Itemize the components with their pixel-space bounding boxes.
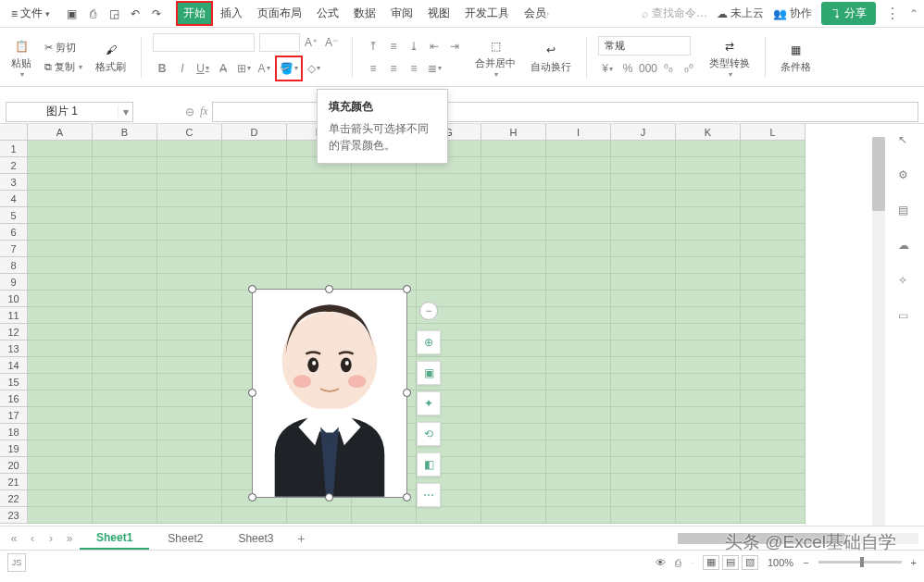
copy-button[interactable]: ⧉复制 [43, 59, 84, 75]
cell[interactable] [676, 324, 741, 341]
cell[interactable] [741, 291, 805, 307]
row-header[interactable]: 4 [0, 191, 28, 207]
sheet-nav-prev-icon[interactable]: ‹ [24, 530, 41, 547]
cell[interactable] [93, 374, 157, 390]
cell[interactable] [28, 207, 93, 224]
cell[interactable] [741, 274, 805, 291]
zoom-slider[interactable] [818, 561, 902, 563]
align-center-icon[interactable]: ≡ [384, 59, 403, 78]
cell[interactable] [222, 257, 287, 274]
cell[interactable] [611, 141, 676, 157]
cell[interactable] [157, 224, 222, 241]
cell[interactable] [611, 474, 676, 490]
cell[interactable] [611, 440, 676, 457]
cell[interactable] [157, 424, 222, 440]
underline-button[interactable]: U [194, 59, 212, 78]
cell[interactable] [93, 257, 157, 274]
cell[interactable] [28, 324, 93, 341]
cell[interactable] [741, 457, 805, 474]
cell[interactable] [546, 341, 611, 357]
align-right-icon[interactable]: ≡ [405, 59, 423, 78]
cell[interactable] [546, 390, 611, 407]
align-middle-icon[interactable]: ≡ [384, 37, 403, 56]
cell[interactable] [93, 191, 157, 207]
tab-review[interactable]: 审阅 [383, 1, 420, 26]
indent-decrease-icon[interactable]: ⇤ [425, 37, 443, 56]
properties-panel-icon[interactable]: ▤ [898, 204, 917, 222]
cell[interactable] [417, 174, 481, 191]
cell[interactable] [352, 241, 417, 257]
collab-button[interactable]: 👥 协作 [773, 6, 812, 21]
replace-image-button[interactable]: ⟲ [417, 422, 441, 446]
redo-icon[interactable]: ↷ [148, 6, 165, 22]
cell[interactable] [546, 174, 611, 191]
bold-button[interactable]: B [153, 59, 171, 78]
undo-icon[interactable]: ↶ [127, 6, 144, 22]
cell[interactable] [28, 257, 93, 274]
indent-increase-icon[interactable]: ⇥ [445, 37, 464, 56]
cell[interactable] [481, 174, 546, 191]
cell[interactable] [417, 191, 481, 207]
cell[interactable] [611, 224, 676, 241]
cell[interactable] [287, 257, 352, 274]
template-panel-icon[interactable]: ✧ [898, 274, 917, 292]
cell[interactable] [93, 324, 157, 341]
cell[interactable] [28, 224, 93, 241]
cell[interactable] [417, 241, 481, 257]
page-view-icon[interactable]: ▤ [722, 555, 739, 570]
cell[interactable] [157, 341, 222, 357]
cell[interactable] [28, 424, 93, 440]
column-header[interactable]: A [28, 124, 93, 141]
cell[interactable] [93, 157, 157, 174]
row-header[interactable]: 6 [0, 224, 28, 241]
strikethrough-button[interactable]: A̶ [214, 59, 232, 78]
cell[interactable] [352, 174, 417, 191]
cell[interactable] [287, 207, 352, 224]
name-box-dropdown-icon[interactable]: ▾ [118, 105, 132, 118]
cell[interactable] [481, 257, 546, 274]
number-format-select[interactable]: 常规 [598, 36, 691, 56]
resize-handle[interactable] [325, 493, 333, 502]
cell[interactable] [93, 424, 157, 440]
eye-icon[interactable]: 👁 [656, 557, 666, 568]
sheet-tab[interactable]: Sheet2 [151, 528, 219, 549]
command-search[interactable]: ⌕ 查找命令… [642, 6, 707, 21]
cell[interactable] [676, 341, 741, 357]
cell[interactable] [93, 291, 157, 307]
row-header[interactable]: 17 [0, 407, 28, 424]
merge-button[interactable]: ⬚ 合并居中 [471, 34, 519, 80]
cell[interactable] [546, 141, 611, 157]
tab-member[interactable]: 会员› [517, 1, 556, 26]
cell[interactable] [222, 241, 287, 257]
tab-formulas[interactable]: 公式 [309, 1, 346, 26]
cell[interactable] [481, 274, 546, 291]
row-header[interactable]: 18 [0, 424, 28, 440]
cell[interactable] [741, 440, 805, 457]
cell[interactable] [157, 457, 222, 474]
row-header[interactable]: 1 [0, 141, 28, 157]
cell[interactable] [481, 341, 546, 357]
cell[interactable] [417, 257, 481, 274]
cell[interactable] [741, 191, 805, 207]
cell[interactable] [93, 457, 157, 474]
cell[interactable] [157, 174, 222, 191]
cell[interactable] [481, 390, 546, 407]
cell[interactable] [546, 257, 611, 274]
align-left-icon[interactable]: ≡ [364, 59, 382, 78]
cell[interactable] [676, 357, 741, 374]
cell[interactable] [157, 274, 222, 291]
column-header[interactable]: H [481, 124, 546, 141]
resize-handle[interactable] [403, 493, 411, 502]
cell[interactable] [741, 224, 805, 241]
cell[interactable] [676, 424, 741, 440]
cell[interactable] [157, 324, 222, 341]
vscroll-thumb[interactable] [872, 137, 885, 211]
cell[interactable] [481, 424, 546, 440]
cell[interactable] [28, 357, 93, 374]
effects-button[interactable]: ✦ [417, 391, 441, 415]
cell[interactable] [676, 191, 741, 207]
increase-decimal-icon[interactable]: ₀⁰ [680, 59, 698, 78]
row-header[interactable]: 16 [0, 390, 28, 407]
cell[interactable] [611, 274, 676, 291]
more-image-options-button[interactable]: ⋯ [417, 483, 441, 507]
